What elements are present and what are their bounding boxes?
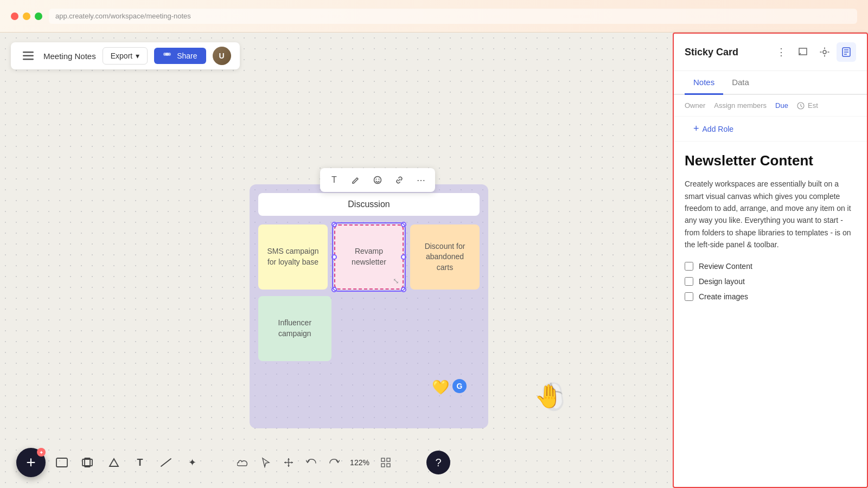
settings-panel-button[interactable] <box>815 42 834 62</box>
handle-bl[interactable] <box>331 287 337 292</box>
sticky-cards-row-1: SMS campaign for loyalty base Revamp new… <box>258 224 480 290</box>
handle-tl[interactable] <box>331 222 337 227</box>
bottom-tools-right: ? <box>426 451 450 474</box>
checkbox-images[interactable] <box>685 292 693 301</box>
chat-panel-button[interactable] <box>793 42 813 62</box>
more-options-button[interactable]: ⋯ <box>412 171 430 189</box>
assign-field: Assign members <box>714 101 767 110</box>
checklist: Review Content Design layout Create imag… <box>685 262 856 301</box>
hand-cursor: 🤚 <box>534 383 563 409</box>
canvas-area[interactable]: Meeting Notes Export ▾ Share U <box>0 33 673 488</box>
panel-fields: Owner Assign members Due Est <box>674 95 867 117</box>
discount-card-wrapper: Discount for abandoned carts <box>410 224 480 290</box>
toolbar-left: Meeting Notes Export ▾ Share U <box>11 42 240 69</box>
svg-rect-16 <box>387 464 390 467</box>
tab-data[interactable]: Data <box>723 71 758 95</box>
pencil-tool-button[interactable] <box>347 171 365 189</box>
svg-point-17 <box>823 50 826 54</box>
notes-panel-button[interactable] <box>837 42 856 62</box>
text-tool[interactable]: T <box>130 453 150 472</box>
handle-mr[interactable] <box>401 254 406 260</box>
help-button[interactable]: ? <box>426 451 450 474</box>
svg-point-5 <box>168 53 171 56</box>
handle-br[interactable] <box>401 287 406 292</box>
handle-tr[interactable] <box>401 222 406 227</box>
checkbox-review[interactable] <box>685 262 693 271</box>
export-button[interactable]: Export ▾ <box>103 47 148 65</box>
share-button[interactable]: Share <box>154 48 206 64</box>
text-tool-button[interactable]: T <box>326 171 343 189</box>
svg-rect-14 <box>387 458 390 461</box>
grid-button[interactable] <box>376 453 395 472</box>
tab-notes[interactable]: Notes <box>685 71 723 95</box>
cloud-save-button[interactable] <box>234 453 252 472</box>
emoji-tool-button[interactable] <box>369 171 386 189</box>
content-title: Newsletter Content <box>685 152 856 169</box>
undo-button[interactable] <box>302 453 321 472</box>
title-bar: app.creately.com/workspace/meeting-notes <box>0 0 868 33</box>
link-tool-button[interactable] <box>391 171 408 189</box>
revamp-card-wrapper: Revamp newsletter ⤡ <box>334 224 404 290</box>
rectangle-tool[interactable] <box>52 453 72 472</box>
more-options-panel-button[interactable]: ⋮ <box>771 42 791 62</box>
maximize-button[interactable] <box>35 12 42 20</box>
line-tool[interactable] <box>156 453 176 472</box>
cursor-icon: 🖱️ <box>535 379 572 415</box>
close-button[interactable] <box>11 12 18 20</box>
move-tool[interactable] <box>279 453 298 472</box>
add-badge: ✦ <box>37 448 46 457</box>
influencer-card-wrapper: Influencer campaign <box>258 296 331 361</box>
add-role-button[interactable]: + Add Role <box>685 119 742 139</box>
discussion-header: Discussion <box>258 193 480 216</box>
minimize-button[interactable] <box>23 12 30 20</box>
svg-line-12 <box>161 459 171 466</box>
heart-icon: 💛 <box>432 379 449 396</box>
add-button[interactable]: + ✦ <box>16 448 46 477</box>
zoom-level: 122% <box>348 458 372 467</box>
shape-tool[interactable] <box>104 453 124 472</box>
panel-header: Sticky Card ⋮ <box>674 34 867 71</box>
bottom-toolbar: + ✦ <box>0 448 467 477</box>
hamburger-button[interactable] <box>20 47 37 65</box>
checklist-item-images[interactable]: Create images <box>685 292 856 301</box>
checklist-item-review[interactable]: Review Content <box>685 262 856 271</box>
floating-toolbar: T ⋯ <box>320 168 435 192</box>
bottom-tools-left: + ✦ <box>16 448 202 477</box>
add-role-row: + Add Role <box>674 117 867 142</box>
panel-title: Sticky Card <box>685 47 738 58</box>
google-icon: G <box>452 379 467 393</box>
svg-rect-0 <box>23 52 34 53</box>
checklist-item-design[interactable]: Design layout <box>685 277 856 286</box>
panel-content: Newsletter Content Creately workspaces a… <box>674 142 867 487</box>
sticky-cards-row-2: Influencer campaign <box>258 296 480 361</box>
svg-rect-2 <box>23 59 34 60</box>
svg-rect-13 <box>381 458 385 461</box>
svg-point-4 <box>163 53 167 56</box>
influencer-card[interactable]: Influencer campaign <box>258 296 331 361</box>
user-avatar[interactable]: U <box>213 47 231 65</box>
est-field: Est <box>797 101 818 110</box>
due-field: Due <box>775 101 788 110</box>
app-container: Meeting Notes Export ▾ Share U <box>0 33 868 488</box>
canvas-title: Meeting Notes <box>43 52 96 61</box>
resize-handle[interactable]: ⤡ <box>393 277 399 285</box>
canvas-toolbar: Meeting Notes Export ▾ Share U <box>0 42 673 69</box>
sms-card[interactable]: SMS campaign for loyalty base <box>258 224 328 290</box>
svg-rect-1 <box>23 55 34 57</box>
svg-rect-9 <box>56 458 67 467</box>
bottom-tools-center: 122% <box>234 453 395 472</box>
select-tool[interactable] <box>257 453 275 472</box>
frame-tool[interactable] <box>78 453 98 472</box>
svg-rect-15 <box>381 464 385 467</box>
handle-ml[interactable] <box>331 254 337 260</box>
discount-card[interactable]: Discount for abandoned carts <box>410 224 480 290</box>
arrow-tool[interactable]: ✦ <box>182 453 202 472</box>
redo-button[interactable] <box>325 453 343 472</box>
svg-point-7 <box>376 179 377 180</box>
panel-tabs: Notes Data <box>674 71 867 95</box>
reaction-icons: 💛 G <box>432 379 467 396</box>
url-bar[interactable]: app.creately.com/workspace/meeting-notes <box>49 9 857 24</box>
right-panel: Sticky Card ⋮ <box>673 33 868 488</box>
checkbox-design[interactable] <box>685 277 693 286</box>
content-description: Creately workspaces are essentially buil… <box>685 178 856 251</box>
